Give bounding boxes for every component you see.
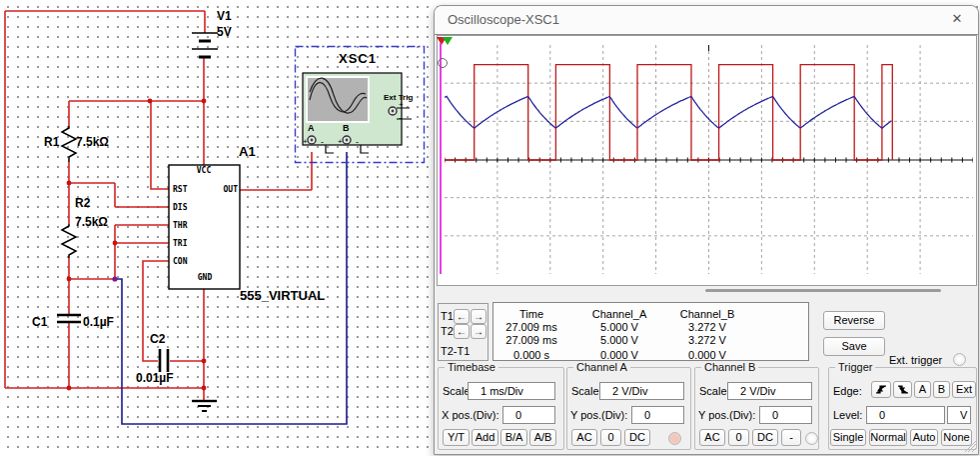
scope-hscrollbar[interactable] <box>705 289 941 292</box>
channel-b-ypos-input[interactable]: 0 <box>759 406 812 424</box>
terminal-b-plus: + <box>338 137 343 146</box>
time-cursor[interactable] <box>440 43 442 274</box>
col-header-channel-a: Channel_A <box>575 308 663 320</box>
capacitor-c2-symbol[interactable] <box>160 349 168 372</box>
trigger-level-input[interactable]: 0 <box>866 406 945 424</box>
trigger-group: Trigger Edge: A B Ext Level: 0 V Single … <box>828 367 977 450</box>
channel-a-legend: Channel A <box>573 361 630 373</box>
trigger-auto-button[interactable]: Auto <box>910 429 938 446</box>
t2-right-button[interactable]: → <box>471 324 487 339</box>
channel-b-0-button[interactable]: 0 <box>728 429 749 446</box>
channel-b-scale-input[interactable]: 2 V/Div <box>727 382 812 400</box>
cursor-t1-label: T1 <box>441 310 454 322</box>
trigger-level-label: Level: <box>833 409 862 421</box>
label-r2-value[interactable]: 7.5kΩ <box>75 215 108 229</box>
label-555-part[interactable]: 555_VIRTUAL <box>240 288 325 303</box>
delta-chb: 0.000 V <box>663 349 751 361</box>
scope-display-panel <box>437 35 977 286</box>
channel-b-minus-button[interactable]: - <box>781 429 801 446</box>
t1-cha: 5.000 V <box>575 321 663 333</box>
terminal-a-plus: + <box>303 137 308 146</box>
label-c2-ref[interactable]: C2 <box>150 332 165 346</box>
window-titlebar[interactable]: Oscilloscope-XSC1 ✕ <box>435 6 978 35</box>
ground-symbol[interactable] <box>192 401 217 411</box>
cursor-t2-label: T2 <box>441 325 454 337</box>
channel-a-scale-label: Scale: <box>571 385 602 397</box>
trigger-edge-label: Edge: <box>833 385 862 397</box>
label-terminal-b: B <box>343 123 350 133</box>
channel-b-dc-button[interactable]: DC <box>752 429 778 446</box>
timebase-add-button[interactable]: Add <box>472 429 498 446</box>
ext-trigger-connector-icon[interactable] <box>953 353 966 366</box>
trigger-level-unit[interactable]: V <box>947 406 971 424</box>
resistor-r2-symbol[interactable] <box>62 224 76 258</box>
timebase-ba-button[interactable]: B/A <box>500 429 527 446</box>
trigger-single-button[interactable]: Single <box>830 429 866 446</box>
trigger-source-a-button[interactable]: A <box>914 381 931 398</box>
timebase-xpos-input[interactable]: 0 <box>502 406 555 424</box>
trace-channel-a <box>445 65 892 160</box>
timebase-yt-button[interactable]: Y/T <box>443 429 470 446</box>
trigger-normal-button[interactable]: Normal <box>869 429 907 446</box>
channel-a-ypos-input[interactable]: 0 <box>631 406 684 424</box>
label-r1-value[interactable]: 7.5kΩ <box>76 135 109 149</box>
pin-dis: DIS <box>173 203 187 212</box>
col-header-time: Time <box>493 308 569 320</box>
label-c1-value[interactable]: 0.1µF <box>83 315 114 329</box>
reverse-button[interactable]: Reverse <box>823 311 885 330</box>
channel-b-legend: Channel B <box>701 361 758 373</box>
scope-icon-screen <box>307 77 369 122</box>
label-r1-ref[interactable]: R1 <box>44 135 59 149</box>
channel-a-ypos-label: Y pos.(Div): <box>570 409 627 421</box>
resize-grip[interactable] <box>964 440 976 452</box>
label-a1-ref[interactable]: A1 <box>239 144 256 159</box>
pin-con: CON <box>173 257 187 266</box>
label-xsc1-ref[interactable]: XSC1 <box>339 51 377 66</box>
channel-a-ac-button[interactable]: AC <box>571 429 597 446</box>
terminal-b-minus: - <box>356 137 359 147</box>
label-v1-value[interactable]: 5V <box>217 25 232 39</box>
t1-left-button[interactable]: ← <box>454 309 470 324</box>
readout-table: Time Channel_A Channel_B 27.009 ms 5.000… <box>492 302 809 361</box>
trigger-source-b-button[interactable]: B <box>933 381 950 398</box>
label-r2-ref[interactable]: R2 <box>75 196 90 210</box>
pin-thr: THR <box>173 221 187 230</box>
trace-channel-b <box>445 96 892 128</box>
col-header-channel-b: Channel_B <box>663 308 751 320</box>
falling-edge-button[interactable] <box>893 381 912 398</box>
pin-tri: TRI <box>173 239 187 248</box>
channel-a-dc-button[interactable]: DC <box>624 429 650 446</box>
channel-a-scale-input[interactable]: 2 V/Div <box>599 382 684 400</box>
t2-left-button[interactable]: ← <box>454 324 470 339</box>
close-icon[interactable]: ✕ <box>948 10 966 28</box>
t1-time: 27.009 ms <box>493 321 569 333</box>
terminal-a-minus: - <box>321 137 324 147</box>
timebase-xpos-label: X pos.(Div): <box>442 409 498 421</box>
capacitor-c1-symbol[interactable] <box>57 315 81 322</box>
channel-b-indicator-icon <box>805 432 818 445</box>
label-v1-ref[interactable]: V1 <box>217 9 232 23</box>
channel-a-0-button[interactable]: 0 <box>600 429 621 446</box>
t1-right-button[interactable]: → <box>471 309 487 324</box>
timebase-legend: Timebase <box>445 361 498 373</box>
t2-chb: 3.272 V <box>663 334 751 346</box>
label-c2-value[interactable]: 0.01µF <box>136 371 174 385</box>
timebase-group: Timebase Scale: 1 ms/Div X pos.(Div): 0 … <box>438 367 564 450</box>
scope-plot <box>445 45 973 274</box>
t2-time: 27.009 ms <box>493 334 569 346</box>
channel-b-ac-button[interactable]: AC <box>699 429 725 446</box>
schematic-wiring: + - + - + - <box>0 0 434 456</box>
trigger-source-ext-button[interactable]: Ext <box>952 381 976 398</box>
resistor-r1-symbol[interactable] <box>62 126 76 162</box>
cursor2-flag-icon[interactable] <box>443 37 453 45</box>
battery-v1-symbol[interactable] <box>192 33 218 57</box>
trigger-legend: Trigger <box>835 361 875 373</box>
save-button[interactable]: Save <box>823 337 885 356</box>
label-c1-ref[interactable]: C1 <box>32 315 47 329</box>
delta-time: 0.000 s <box>493 349 569 361</box>
rising-edge-button[interactable] <box>871 381 891 398</box>
timebase-ab-button[interactable]: A/B <box>529 429 556 446</box>
t2-cha: 5.000 V <box>575 334 663 346</box>
channel-a-group: Channel A Scale: 2 V/Div Y pos.(Div): 0 … <box>566 367 691 450</box>
timebase-scale-input[interactable]: 1 ms/Div <box>468 382 555 400</box>
